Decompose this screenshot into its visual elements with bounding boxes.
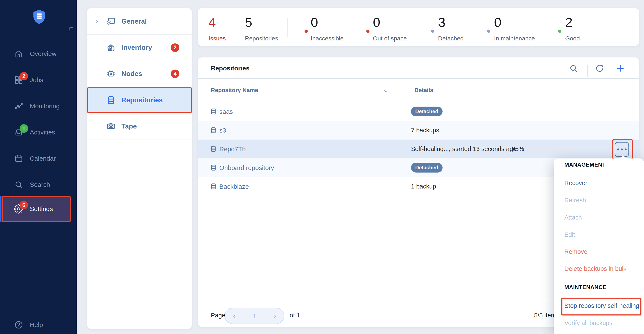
repository-details: 1 backup bbox=[411, 183, 436, 190]
inbox-icon: 1 bbox=[14, 128, 24, 137]
sidebar-item-label: Jobs bbox=[30, 76, 43, 84]
settings-nav-label: General bbox=[122, 17, 147, 25]
issues-label: Issues bbox=[208, 35, 226, 42]
settings-nav-label: Repositories bbox=[122, 96, 163, 104]
self-healing-progress-bar bbox=[528, 147, 579, 151]
question-circle-icon bbox=[14, 320, 24, 330]
inaccessible-count: 0 bbox=[311, 15, 318, 29]
table-row-repo7tb[interactable]: Repo7Tb Self-healing..., started 13 seco… bbox=[198, 140, 639, 158]
database-icon bbox=[210, 144, 217, 154]
repositories-summary-bar: 4 Issues 5 Repositories 0 Inaccessible 0… bbox=[198, 8, 639, 46]
repository-name: s3 bbox=[219, 127, 226, 134]
shield-repository-logo-icon bbox=[31, 7, 47, 26]
sidebar-item-label: Settings bbox=[30, 205, 53, 213]
activities-badge: 1 bbox=[20, 124, 28, 133]
settings-nav-item-repositories[interactable]: Repositories bbox=[87, 87, 192, 113]
database-icon bbox=[210, 163, 217, 172]
menu-item-verify-all-backups[interactable]: Verify all backups bbox=[564, 320, 612, 327]
menu-item-delete-backups-in-bulk[interactable]: Delete backups in bulk bbox=[564, 265, 626, 272]
in-maintenance-count: 0 bbox=[494, 15, 501, 29]
sidebar-collapse-icon[interactable] bbox=[68, 26, 74, 31]
plus-icon[interactable] bbox=[616, 64, 625, 73]
app-logo bbox=[31, 7, 47, 26]
gear-icon: 6 bbox=[14, 204, 24, 214]
in-maintenance-dot bbox=[487, 29, 490, 33]
refresh-icon[interactable] bbox=[595, 64, 604, 73]
chevron-right-icon[interactable] bbox=[94, 19, 100, 24]
jobs-badge: 2 bbox=[20, 72, 28, 80]
good-label: Good bbox=[565, 35, 580, 42]
repository-name: saas bbox=[219, 108, 233, 115]
chevron-right-icon[interactable] bbox=[272, 313, 278, 319]
issues-count: 4 bbox=[208, 15, 216, 29]
status-badge: Detached bbox=[411, 163, 442, 173]
repository-name: Repo7Tb bbox=[219, 145, 246, 153]
row-actions-ellipsis-button[interactable] bbox=[614, 142, 629, 157]
sidebar-item-label: Monitoring bbox=[30, 102, 60, 110]
repository-details: 7 backups bbox=[411, 127, 439, 134]
settings-nav-label: Tape bbox=[122, 122, 137, 130]
in-maintenance-label: In maintenance bbox=[494, 35, 535, 42]
sidebar-item-search[interactable]: Search bbox=[0, 174, 77, 195]
trend-line-icon bbox=[14, 101, 24, 111]
repositories-count: 5 bbox=[245, 15, 252, 29]
repository-actions-menu: MANAGEMENT Recover Refresh Attach Edit R… bbox=[554, 158, 644, 334]
calendar-icon bbox=[14, 154, 24, 163]
column-header-repository-name[interactable]: Repository Name bbox=[211, 87, 258, 94]
sidebar-item-label: Help bbox=[30, 321, 43, 329]
page-selector[interactable]: 1 bbox=[225, 308, 284, 324]
sidebar-item-label: Overview bbox=[30, 50, 56, 57]
detached-label: Detached bbox=[438, 35, 464, 42]
page-label: Page bbox=[211, 312, 225, 319]
tape-icon bbox=[106, 121, 116, 131]
settings-nav-item-tape[interactable]: Tape bbox=[87, 113, 192, 139]
sidebar-item-help[interactable]: Help bbox=[0, 315, 77, 334]
warehouse-icon bbox=[106, 43, 116, 52]
divider bbox=[198, 78, 639, 79]
database-icon bbox=[210, 182, 217, 191]
menu-item-edit[interactable]: Edit bbox=[564, 231, 575, 238]
ellipsis-dot bbox=[624, 148, 626, 150]
settings-nav-label: Inventory bbox=[122, 44, 152, 51]
sidebar-item-label: Activities bbox=[30, 129, 55, 136]
table-row-saas[interactable]: saas Detached bbox=[198, 102, 639, 121]
detached-dot bbox=[431, 29, 434, 33]
repository-name: Onboard repository bbox=[219, 164, 274, 171]
divider bbox=[288, 18, 288, 37]
settings-nav-item-nodes[interactable]: Nodes 4 bbox=[87, 61, 192, 87]
ellipsis-dot bbox=[618, 148, 619, 150]
menu-section-maintenance: MAINTENANCE bbox=[564, 284, 606, 291]
settings-nav-item-inventory[interactable]: Inventory 2 bbox=[87, 34, 192, 61]
sidebar-item-activities[interactable]: 1 Activities bbox=[0, 122, 77, 143]
sidebar-item-overview[interactable]: Overview bbox=[0, 44, 77, 64]
out-of-space-label: Out of space bbox=[373, 35, 407, 42]
search-icon[interactable] bbox=[569, 64, 578, 73]
good-dot bbox=[558, 29, 561, 33]
menu-item-stop-repository-self-healing[interactable]: Stop repository self-healing bbox=[564, 302, 639, 309]
self-healing-percent: 95% bbox=[512, 145, 524, 153]
inaccessible-label: Inaccessible bbox=[311, 35, 344, 42]
sort-chevron-icon[interactable] bbox=[383, 88, 389, 94]
menu-item-refresh[interactable]: Refresh bbox=[564, 197, 586, 204]
app-sidebar: Overview 2 Jobs Monitoring 1 bbox=[0, 0, 77, 334]
menu-item-recover[interactable]: Recover bbox=[564, 180, 587, 187]
column-header-details: Details bbox=[414, 87, 434, 94]
table-row-s3[interactable]: s3 7 backups bbox=[198, 121, 639, 140]
database-icon bbox=[210, 125, 217, 135]
nodes-badge: 4 bbox=[171, 69, 179, 78]
settings-nav-panel: General Inventory 2 Nodes 4 bbox=[87, 8, 192, 329]
menu-item-remove[interactable]: Remove bbox=[564, 248, 587, 255]
menu-section-management: MANAGEMENT bbox=[564, 161, 606, 168]
sidebar-item-monitoring[interactable]: Monitoring bbox=[0, 96, 77, 116]
sidebar-item-jobs[interactable]: 2 Jobs bbox=[0, 70, 77, 90]
sidebar-item-label: Calendar bbox=[30, 155, 56, 162]
database-icon bbox=[210, 107, 217, 116]
repositories-label: Repositories bbox=[245, 35, 278, 42]
inventory-badge: 2 bbox=[171, 43, 179, 52]
settings-nav-item-general[interactable]: General bbox=[87, 8, 192, 34]
menu-item-attach[interactable]: Attach bbox=[564, 214, 582, 221]
search-icon bbox=[14, 180, 24, 189]
sidebar-item-calendar[interactable]: Calendar bbox=[0, 148, 77, 169]
of-pages-label: of 1 bbox=[290, 312, 300, 319]
sidebar-item-settings[interactable]: 6 Settings bbox=[0, 199, 77, 219]
